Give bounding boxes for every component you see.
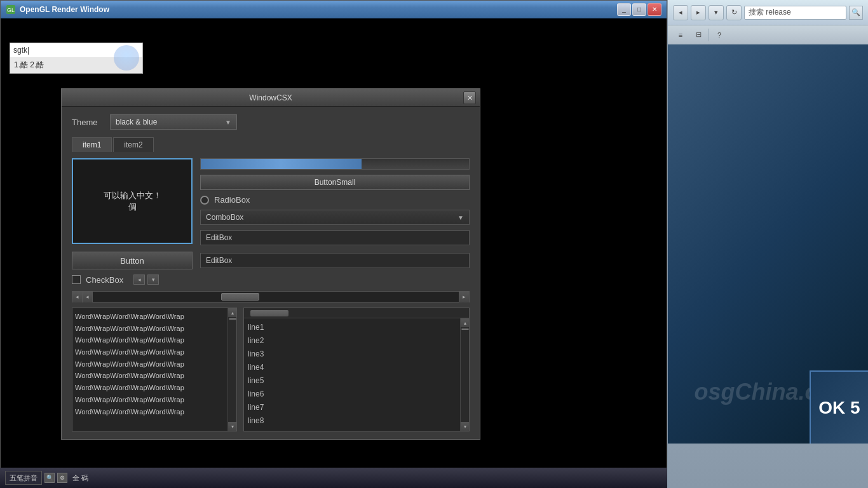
- horizontal-scrollbar[interactable]: ◂ ◂ ▸: [72, 291, 470, 302]
- list-item-5[interactable]: line6: [248, 388, 456, 401]
- browser-forward-btn[interactable]: ▸: [691, 5, 706, 20]
- list-item-3[interactable]: line4: [248, 361, 456, 374]
- radio-button[interactable]: [200, 196, 209, 205]
- content-area: 可以输入中文！ 倜 ButtonSmall: [72, 158, 470, 245]
- hscroll-left-arrow2[interactable]: ◂: [83, 291, 93, 302]
- browser-refresh-btn[interactable]: ↻: [726, 5, 742, 20]
- list-item-7[interactable]: line8: [248, 414, 456, 428]
- browser-toolbar: ◂ ▸ ▾ ↻ 搜索 release 🔍: [668, 0, 868, 25]
- combobox[interactable]: ComboBox ▼: [200, 210, 470, 225]
- word-wrap-content: Word\Wrap\Word\Wrap\Word\Wrap Word\Wrap\…: [72, 308, 236, 431]
- editbox-wide[interactable]: EditBox: [200, 253, 470, 268]
- text-area-widget[interactable]: 可以输入中文！ 倜: [72, 158, 193, 244]
- right-panel-hscrollbar[interactable]: [244, 308, 469, 318]
- vscroll-thumb[interactable]: [229, 318, 236, 320]
- render-window: GL OpenGL Render Window _ □ ✕ sgtk| 1.酷 …: [0, 0, 667, 488]
- tab-item1[interactable]: item1: [72, 137, 112, 152]
- browser-pane-btn[interactable]: ⊟: [691, 27, 706, 43]
- word-wrap-scrollbar: ▴ ▾: [227, 308, 236, 431]
- editbox[interactable]: EditBox: [200, 230, 470, 245]
- main-button[interactable]: Button: [72, 252, 193, 269]
- spin-arrows: ◂ ▾: [133, 274, 159, 285]
- list-content: line1 line2 line3 line4 line5 line6 line…: [244, 318, 460, 431]
- taskbar-input-tool-label: 五笔拼音: [10, 473, 37, 483]
- combobox-arrow: ▼: [458, 214, 464, 221]
- button-row: Button EditBox: [72, 252, 470, 269]
- spin-arrow-up[interactable]: ▾: [147, 274, 159, 285]
- dialog-titlebar: WindowCSX ✕: [62, 89, 480, 107]
- rph-thumb[interactable]: [250, 310, 288, 316]
- word-wrap-line-7: Word\Wrap\Word\Wrap\Word\Wrap: [75, 394, 234, 406]
- text-area-line1: 可以输入中文！: [104, 190, 161, 201]
- list-panel: line1 line2 line3 line4 line5 line6 line…: [244, 318, 469, 431]
- word-wrap-line-4: Word\Wrap\Word\Wrap\Word\Wrap: [75, 358, 234, 370]
- maximize-button[interactable]: □: [632, 3, 646, 16]
- list-item-1[interactable]: line2: [248, 334, 456, 348]
- list-vscroll-up[interactable]: ▴: [461, 318, 470, 327]
- hscroll-left-arrow1[interactable]: ◂: [72, 291, 83, 302]
- autocomplete-logo-image: [114, 45, 139, 71]
- browser-search-box[interactable]: 搜索 release: [744, 6, 846, 20]
- vscroll-up-btn[interactable]: ▴: [228, 308, 237, 317]
- browser-list-btn[interactable]: ≡: [673, 27, 688, 43]
- list-item-0[interactable]: line1: [248, 321, 456, 334]
- tab-bar: item1 item2: [72, 137, 470, 152]
- radio-label: RadioBox: [214, 195, 250, 205]
- ok5-label: OK 5: [818, 398, 860, 418]
- theme-dropdown-arrow: ▼: [225, 119, 231, 126]
- browser-help-btn[interactable]: ?: [712, 27, 727, 43]
- browser-back-btn[interactable]: ◂: [673, 5, 688, 20]
- taskbar: 五笔拼音 🔍 ⚙ 全 碼: [0, 468, 667, 488]
- vscroll-down-btn[interactable]: ▾: [228, 422, 237, 431]
- browser-dropdown-btn[interactable]: ▾: [709, 5, 724, 20]
- ok5-badge: OK 5: [810, 370, 868, 444]
- right-panel: line1 line2 line3 line4 line5 line6 line…: [243, 308, 470, 431]
- autocomplete-input-area[interactable]: sgtk|: [10, 43, 142, 57]
- autocomplete-input-text: sgtk|: [13, 46, 29, 55]
- theme-dropdown[interactable]: black & blue ▼: [110, 114, 237, 130]
- spin-arrow-down[interactable]: ◂: [133, 274, 145, 285]
- window-controls: _ □ ✕: [617, 3, 661, 16]
- checkbox-label: CheckBox: [86, 275, 123, 285]
- taskbar-icon-group: 🔍 ⚙: [44, 473, 67, 483]
- radio-row: RadioBox: [200, 195, 470, 205]
- hscroll-track[interactable]: [93, 292, 459, 302]
- list-vscroll-down[interactable]: ▾: [461, 422, 470, 431]
- windowcsx-dialog: WindowCSX ✕ Theme black & blue ▼ item1 i…: [61, 88, 480, 440]
- list-item-2[interactable]: line3: [248, 348, 456, 361]
- taskbar-input-tool[interactable]: 五笔拼音: [5, 471, 42, 485]
- hscroll-right-arrow[interactable]: ▸: [459, 291, 469, 302]
- dialog-body: Theme black & blue ▼ item1 item2 可以输入中文！: [62, 107, 480, 439]
- close-button[interactable]: ✕: [648, 3, 661, 16]
- taskbar-icon-search[interactable]: 🔍: [44, 473, 55, 483]
- progress-bar-fill: [201, 159, 362, 169]
- word-wrap-line-6: Word\Wrap\Word\Wrap\Word\Wrap: [75, 382, 234, 394]
- word-wrap-line-8: Word\Wrap\Word\Wrap\Word\Wrap: [75, 406, 234, 418]
- render-window-title: OpenGL Render Window: [20, 5, 617, 14]
- list-vscroll-thumb[interactable]: [461, 329, 469, 330]
- hscroll-thumb[interactable]: [221, 293, 259, 301]
- render-content: sgtk| 1.酷 2.酷 WindowCSX ✕ Theme black & …: [1, 18, 667, 487]
- theme-value: black & blue: [116, 118, 157, 126]
- dialog-close-button[interactable]: ✕: [463, 92, 476, 104]
- taskbar-icon-settings[interactable]: ⚙: [57, 473, 67, 483]
- word-wrap-line-2: Word\Wrap\Word\Wrap\Word\Wrap: [75, 334, 234, 346]
- word-wrap-line-0: Word\Wrap\Word\Wrap\Word\Wrap: [75, 311, 234, 323]
- list-item-4[interactable]: line5: [248, 374, 456, 388]
- browser-search-text: 搜索 release: [749, 7, 791, 18]
- minimize-button[interactable]: _: [617, 3, 631, 16]
- browser-search-button[interactable]: 🔍: [849, 6, 863, 20]
- word-wrap-line-3: Word\Wrap\Word\Wrap\Word\Wrap: [75, 346, 234, 358]
- browser-panel: ◂ ▸ ▾ ↻ 搜索 release 🔍 ≡ ⊟ ? osgChina.org: [667, 0, 868, 488]
- tab-item2[interactable]: item2: [113, 137, 153, 152]
- progress-bar[interactable]: [200, 158, 470, 170]
- list-item-6[interactable]: line7: [248, 401, 456, 414]
- editbox-label: EditBox: [206, 233, 232, 242]
- dialog-title: WindowCSX: [67, 93, 475, 102]
- svg-text:GL: GL: [7, 7, 15, 13]
- button-small[interactable]: ButtonSmall: [200, 175, 470, 190]
- opengl-icon: GL: [6, 4, 16, 15]
- editbox-wide-label: EditBox: [206, 256, 232, 265]
- checkbox[interactable]: [72, 275, 81, 284]
- word-wrap-line-5: Word\Wrap\Word\Wrap\Word\Wrap: [75, 370, 234, 382]
